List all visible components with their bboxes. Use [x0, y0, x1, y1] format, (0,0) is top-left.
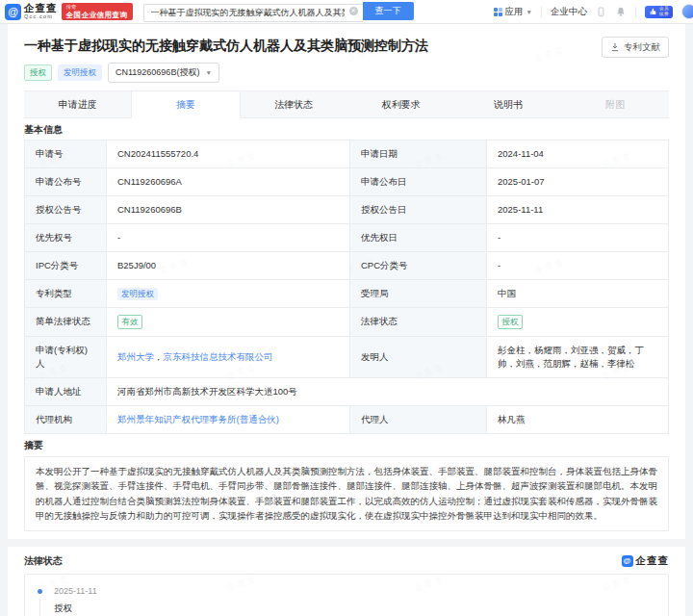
- qcc-logo-icon: @: [5, 4, 21, 20]
- field-value: CN119260696A: [107, 168, 350, 196]
- table-row: 申请(专利权)人郑州大学，京东科技信息技术有限公司发明人彭金柱，杨耀雨，刘亚强，…: [25, 336, 669, 377]
- mobile-app-icon[interactable]: [596, 6, 606, 18]
- field-label: 优先权号: [25, 224, 107, 252]
- chevron-down-icon: ▼: [205, 69, 211, 76]
- field-label: 专利类型: [25, 280, 107, 308]
- field-value: 2025-11-11: [487, 196, 669, 224]
- field-value: 发明授权: [107, 280, 350, 308]
- download-icon: [610, 42, 620, 52]
- timeline-dot-icon: [38, 589, 42, 594]
- clear-search-icon[interactable]: ✕: [349, 7, 358, 15]
- table-row: IPC分类号B25J9/00CPC分类号-: [25, 252, 669, 280]
- search-button[interactable]: 查一下: [363, 2, 414, 20]
- patent-title: 一种基于虚拟现实的无接触穿戴式仿人机器人及其类脑预测控制方法: [24, 36, 428, 56]
- field-label: 受理局: [350, 280, 487, 308]
- cell-link[interactable]: 郑州大学: [117, 351, 154, 362]
- table-row: 简单法律状态有效法律状态授权: [25, 308, 669, 337]
- field-value: 彭金柱，杨耀雨，刘亚强，贺威，丁帅，刘燕，范朋辉，赵楠，李律松: [487, 336, 669, 377]
- timeline-status: 授权: [54, 603, 668, 614]
- timeline-line: [39, 599, 40, 616]
- field-label: IPC分类号: [25, 252, 107, 280]
- legal-status-heading: 法律状态: [24, 555, 63, 567]
- table-row: 授权公告号CN119260696B授权公告日2025-11-11: [25, 196, 669, 224]
- legal-status-timeline: 2025-11-11授权: [24, 574, 669, 616]
- qcc-watermark-logo: @ 企查查: [622, 554, 670, 568]
- field-label: 发明人: [350, 336, 487, 377]
- divider: [635, 7, 636, 17]
- field-value: 有效: [107, 308, 350, 337]
- qcc-logo-icon: @: [622, 555, 633, 567]
- basic-info-table: 申请号CN202411555720.4申请日期2024-11-04申请公布号CN…: [24, 140, 669, 434]
- field-value: 授权: [487, 308, 669, 337]
- table-row: 申请公布号CN119260696A申请公布日2025-01-07: [25, 168, 669, 196]
- field-label: 申请号: [25, 141, 107, 168]
- enterprise-center-link[interactable]: 企业中心: [551, 6, 587, 18]
- status-badge: 发明授权: [117, 288, 158, 301]
- status-badge: 授权: [498, 315, 523, 329]
- field-label: 优先权日: [350, 224, 487, 252]
- publication-number-select[interactable]: CN119260696B(授权) ▼: [108, 63, 219, 83]
- field-value: 2025-01-07: [487, 168, 669, 196]
- field-label: CPC分类号: [350, 252, 487, 280]
- table-row: 优先权号-优先权日-: [25, 224, 669, 252]
- field-label: 授权公告日: [350, 196, 487, 224]
- header-nav: 应用 ▼ 企业中心 会员 续费: [494, 4, 688, 19]
- cell-link[interactable]: 郑州景年知识产权代理事务所(普通合伙): [117, 414, 279, 424]
- notification-bell-icon[interactable]: [615, 6, 627, 18]
- cell-link[interactable]: 京东科技信息技术有限公司: [164, 351, 273, 362]
- user-avatar[interactable]: [681, 4, 693, 19]
- field-label: 申请公布日: [350, 168, 487, 196]
- table-row: 代理机构郑州景年知识产权代理事务所(普通合伙)代理人林凡燕: [25, 405, 669, 433]
- table-row: 申请号CN202411555720.4申请日期2024-11-04: [25, 141, 669, 168]
- tab-abstract[interactable]: 摘要: [131, 91, 240, 118]
- tab-description[interactable]: 说明书: [454, 91, 561, 118]
- qcc-logo[interactable]: @ 企查查 Qcc.com 传奇 全国企业信用查询: [5, 3, 133, 20]
- timeline-item: 2025-11-11授权: [25, 586, 668, 614]
- tab-application-progress[interactable]: 申请进度: [24, 91, 131, 118]
- patent-detail-card: 一种基于虚拟现实的无接触穿戴式仿人机器人及其类脑预测控制方法 专利文献 授权 发…: [8, 24, 685, 539]
- field-value: -: [487, 224, 669, 252]
- tab-legal-status[interactable]: 法律状态: [241, 91, 347, 118]
- status-badge: 有效: [117, 315, 142, 329]
- field-label: 授权公告号: [25, 196, 107, 224]
- timeline-date: 2025-11-11: [54, 586, 668, 597]
- watermark-text: 企查查: [0, 255, 4, 277]
- field-label: 代理机构: [25, 405, 107, 433]
- chevron-down-icon: ▼: [526, 9, 532, 15]
- field-value: 林凡燕: [487, 405, 669, 433]
- field-value: CN119260696B: [107, 196, 350, 224]
- field-label: 申请(专利权)人: [25, 336, 107, 377]
- field-value: -: [107, 224, 350, 252]
- divider: [541, 7, 542, 17]
- abstract-heading: 摘要: [24, 440, 669, 451]
- field-label: 申请日期: [350, 141, 487, 168]
- table-row: 专利类型发明授权受理局中国: [25, 280, 669, 308]
- patent-tab-bar: 申请进度摘要法律状态权利要求说明书附图: [24, 90, 669, 118]
- field-value: -: [487, 252, 669, 280]
- status-badge: 授权: [24, 64, 52, 81]
- patent-tags: 授权 发明授权 CN119260696B(授权) ▼: [24, 63, 669, 83]
- watermark-text: 企查查: [0, 467, 4, 489]
- vip-renew-badge[interactable]: 会员 续费: [645, 6, 673, 18]
- tab-drawings[interactable]: 附图: [562, 91, 669, 118]
- tab-claims[interactable]: 权利要求: [347, 91, 454, 118]
- patent-document-button[interactable]: 专利文献: [602, 37, 669, 58]
- abstract-text: 本发明公开了一种基于虚拟现实的无接触穿戴式仿人机器人及其类脑预测控制方法，包括身…: [24, 456, 669, 531]
- field-label: 代理人: [350, 405, 487, 433]
- field-value: 中国: [487, 280, 669, 308]
- basic-info-heading: 基本信息: [24, 124, 669, 136]
- watermark-text: 企查查: [0, 43, 4, 65]
- field-label: 申请公布号: [25, 168, 107, 196]
- field-label: 申请人地址: [25, 377, 107, 405]
- brand-slogan: 传奇 全国企业信用查询: [62, 3, 133, 20]
- brand-domain: Qcc.com: [24, 14, 58, 20]
- thumb-up-icon: [649, 7, 657, 16]
- patent-type-badge: 发明授权: [58, 64, 102, 81]
- search-input[interactable]: [143, 4, 363, 22]
- site-header: @ 企查查 Qcc.com 传奇 全国企业信用查询 ✕ 查一下 应用 ▼ 企业中…: [0, 0, 693, 24]
- table-row: 申请人地址河南省郑州市高新技术开发区科学大道100号: [25, 377, 669, 405]
- field-value: 郑州大学，京东科技信息技术有限公司: [107, 336, 350, 377]
- search-bar: ✕ 查一下: [143, 2, 414, 22]
- apps-menu[interactable]: 应用 ▼: [494, 6, 532, 18]
- field-label: 法律状态: [350, 308, 487, 337]
